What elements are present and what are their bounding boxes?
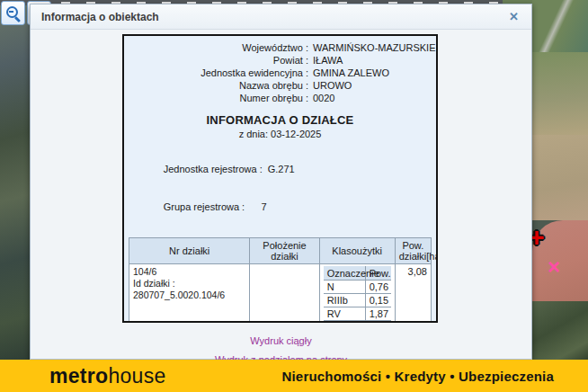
zoom-out-icon (5, 5, 21, 21)
parcel-number: 104/6 (133, 266, 245, 278)
info-row: Powiat : IŁAWA (124, 54, 436, 67)
info-value: WARMIŃSKO-MAZURSKIE (308, 41, 436, 54)
land-class-code: RVI (324, 321, 366, 324)
land-class-code: RIIIb (324, 294, 366, 307)
magnifier-minus (9, 11, 13, 13)
info-row: Numer obrębu : 0020 (124, 92, 436, 104)
land-classes-cell: Oznaczenie Pow. N 0,76 RIIIb (319, 264, 395, 324)
land-class-code: RV (324, 307, 366, 321)
dialog-body: Województwo : WARMIŃSKO-MAZURSKIE Powiat… (31, 30, 531, 360)
map-forest (532, 301, 588, 360)
footer-tagline: Nieruchomości • Kredyty • Ubezpieczenia (281, 369, 554, 384)
map-right-strip (532, 0, 588, 360)
col-header-location: Położenie działki (250, 238, 319, 264)
col-header-area: Pow. działki[ha] (395, 238, 431, 264)
print-continuous-link[interactable]: Wydruk ciągły (31, 334, 531, 349)
info-value: IŁAWA (308, 54, 343, 67)
land-class-area: 0,15 (365, 294, 391, 307)
table-header-row: Nr działki Położenie działki Klasoużytki… (129, 238, 432, 264)
info-value: 0020 (308, 92, 334, 104)
dialog-header[interactable]: Informacja o obiektach ✕ (31, 4, 531, 30)
register-row: Grupa rejestrowa : 7 (130, 188, 436, 226)
screen: + × Informacja o obiektach ✕ Województwo (0, 0, 588, 392)
region-info-block: Województwo : WARMIŃSKO-MAZURSKIE Powiat… (124, 41, 436, 104)
parcel-area-cell: 3,08 (395, 264, 431, 324)
land-class-area: 0,76 (365, 281, 391, 294)
klaso-header-area: Pow. (365, 266, 391, 281)
panel-heading: INFORMACJA O DZIAŁCE (124, 113, 436, 127)
close-icon[interactable]: ✕ (507, 10, 521, 23)
land-class-code: N (324, 281, 366, 294)
land-class-row: RV 1,87 (324, 307, 391, 321)
map-field-tan (532, 135, 588, 220)
metrohouse-logo: metrohouse (49, 364, 166, 388)
info-label: Numer obrębu : (124, 92, 308, 104)
col-header-land-classes: Klasoużytki (319, 238, 395, 264)
magnifier-handle (14, 16, 21, 22)
map-left-strip (0, 0, 31, 360)
logo-metro: metro (49, 364, 108, 388)
land-class-area: 0,30 (365, 321, 391, 324)
parcel-location-cell (250, 264, 319, 324)
register-label: Jednostka rejestrowa : (164, 164, 263, 174)
map-field-green (532, 0, 588, 52)
register-row: Jednostka rejestrowa :G.271 (130, 150, 436, 188)
info-label: Nazwa obrębu : (124, 79, 308, 92)
zoom-out-button[interactable] (1, 1, 25, 25)
map-field-mixed (532, 52, 588, 135)
col-header-parcel-number: Nr działki (129, 238, 250, 264)
klaso-header-designation: Oznaczenie (324, 266, 366, 281)
parcel-id-label: Id działki : (133, 278, 245, 290)
land-class-row: RVI 0,30 (324, 321, 391, 324)
table-row: 104/6 Id działki : 280707_5.0020.104/6 O… (129, 264, 432, 324)
info-row: Jednostka ewidencyjna : GMINA ZALEWO (124, 67, 436, 79)
register-value: G.271 (268, 164, 295, 174)
land-class-row: N 0,76 (324, 281, 391, 294)
parcel-info-panel: Województwo : WARMIŃSKO-MAZURSKIE Powiat… (122, 34, 438, 323)
x-marker-icon: × (548, 256, 560, 278)
info-value: UROWO (308, 79, 352, 92)
register-label: Grupa rejestrowa : (164, 201, 245, 212)
parcel-table-wrap: Nr działki Położenie działki Klasoużytki… (129, 237, 432, 323)
info-label: Województwo : (124, 41, 308, 54)
land-class-area: 1,87 (365, 307, 391, 321)
info-label: Jednostka ewidencyjna : (124, 67, 308, 79)
info-dialog: Informacja o obiektach ✕ Województwo : W… (30, 4, 532, 360)
parcel-table: Nr działki Położenie działki Klasoużytki… (129, 237, 432, 323)
land-class-row: RIIIb 0,15 (324, 294, 391, 307)
land-classes-table: Oznaczenie Pow. N 0,76 RIIIb (324, 266, 391, 323)
info-value: GMINA ZALEWO (308, 67, 389, 79)
dialog-title: Informacja o obiektach (41, 11, 507, 23)
register-block: Jednostka rejestrowa :G.271 Grupa rejest… (130, 150, 436, 226)
logo-house: house (108, 364, 165, 388)
info-row: Nazwa obrębu : UROWO (124, 79, 436, 92)
parcel-number-cell: 104/6 Id działki : 280707_5.0020.104/6 (129, 264, 250, 324)
panel-date: z dnia: 03-12-2025 (124, 129, 436, 139)
footer-bar: metrohouse Nieruchomości • Kredyty • Ube… (0, 360, 588, 392)
land-classes-header-row: Oznaczenie Pow. (324, 266, 391, 281)
info-row: Województwo : WARMIŃSKO-MAZURSKIE (124, 41, 436, 54)
register-value: 7 (250, 201, 266, 212)
info-label: Powiat : (124, 54, 308, 67)
parcel-id-value: 280707_5.0020.104/6 (133, 290, 245, 301)
